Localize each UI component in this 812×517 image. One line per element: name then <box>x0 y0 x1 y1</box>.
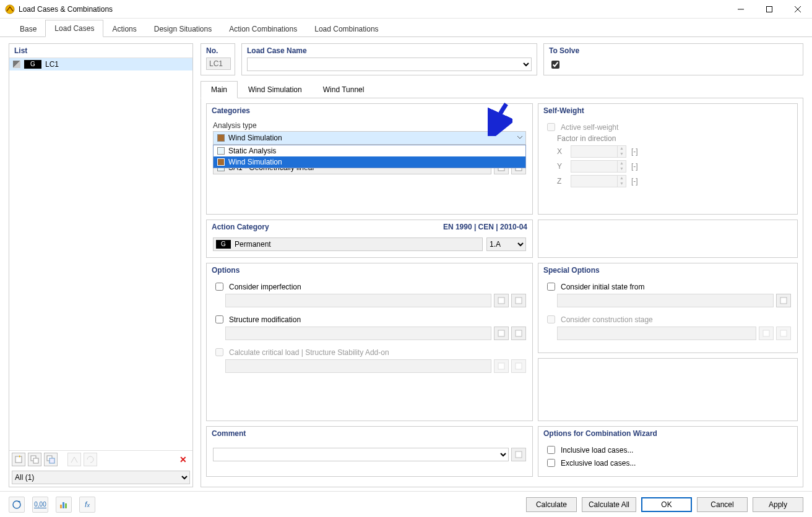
close-button[interactable] <box>784 0 812 19</box>
svg-rect-15 <box>498 363 504 369</box>
tab-design-situations[interactable]: Design Situations <box>145 21 220 37</box>
tab-action-combinations[interactable]: Action Combinations <box>220 21 306 37</box>
titlebar: Load Cases & Combinations <box>0 0 812 19</box>
formula-button[interactable]: fx <box>79 497 95 513</box>
chevron-down-icon <box>517 134 523 140</box>
factor-direction-label: Factor in direction <box>557 134 791 143</box>
new-item-button[interactable] <box>12 453 25 466</box>
empty-panel-2 <box>538 358 798 421</box>
svg-rect-12 <box>516 297 522 304</box>
main-tabstrip: Base Load Cases Actions Design Situation… <box>0 19 812 37</box>
dialog-footer: 0,00 fx Calculate Calculate All OK Cance… <box>0 491 812 517</box>
svg-rect-16 <box>516 363 522 369</box>
svg-rect-17 <box>780 297 787 304</box>
analysis-type-value: Wind Simulation <box>228 134 282 142</box>
apply-button[interactable]: Apply <box>753 497 803 512</box>
options-panel: Options Consider imperfection Structure … <box>206 263 533 421</box>
category-badge: G <box>216 240 231 249</box>
critical-load-new-button <box>494 359 509 373</box>
dropdown-option-label: Wind Simulation <box>228 158 282 166</box>
minimize-button[interactable] <box>727 0 755 19</box>
initial-state-edit-button[interactable] <box>776 294 791 307</box>
self-weight-panel: Self-Weight Active self-weight Factor in… <box>538 103 798 215</box>
ok-button[interactable]: OK <box>641 497 692 512</box>
tab-actions[interactable]: Actions <box>103 21 145 37</box>
delete-button[interactable]: ✕ <box>176 453 190 466</box>
list-item[interactable]: G LC1 <box>9 58 192 70</box>
tab-base[interactable]: Base <box>11 21 45 37</box>
combination-wizard-panel: Options for Combination Wizard Inclusive… <box>538 426 798 477</box>
to-solve-checkbox[interactable] <box>551 61 559 69</box>
structure-mod-new-button[interactable] <box>494 327 509 340</box>
exclusive-load-cases-checkbox[interactable] <box>547 459 555 467</box>
inner-tab-wind-simulation[interactable]: Wind Simulation <box>238 81 313 98</box>
comment-edit-button[interactable] <box>511 448 526 461</box>
color-swatch-icon <box>13 61 20 68</box>
axis-y-label: Y <box>557 162 566 171</box>
svg-rect-23 <box>63 502 64 508</box>
svg-point-21 <box>13 501 20 508</box>
maximize-button[interactable] <box>755 0 784 19</box>
inner-tab-main[interactable]: Main <box>201 81 238 98</box>
structure-mod-edit-button[interactable] <box>511 327 526 340</box>
list-filter-select[interactable]: All (1) <box>12 471 190 484</box>
factor-y-input: ▲▼ <box>571 160 626 173</box>
load-case-name-box: Load Case Name <box>241 43 537 75</box>
consider-imperfection-checkbox[interactable] <box>215 283 223 291</box>
construction-stage-field <box>557 327 756 340</box>
units-button[interactable]: 0,00 <box>32 497 48 513</box>
imperfection-edit-button[interactable] <box>511 294 526 307</box>
inclusive-load-cases-label: Inclusive load cases... <box>561 446 633 455</box>
options-header: Options <box>207 263 532 277</box>
tab-load-cases[interactable]: Load Cases <box>45 20 103 37</box>
load-case-name-select[interactable] <box>247 58 532 71</box>
swatch-icon <box>217 158 225 166</box>
copy-item-button[interactable] <box>28 453 41 466</box>
unit-label: [-] <box>631 147 638 156</box>
svg-rect-11 <box>498 297 504 304</box>
calculate-button[interactable]: Calculate <box>526 497 577 512</box>
units-icon: 0,00 <box>34 501 46 508</box>
no-label: No. <box>201 44 235 58</box>
list-item-label: LC1 <box>45 60 59 69</box>
chart-button[interactable] <box>56 497 72 513</box>
swatch-icon <box>217 134 225 142</box>
dropdown-option-static[interactable]: Static Analysis <box>214 145 525 156</box>
self-weight-header: Self-Weight <box>538 104 797 118</box>
svg-rect-20 <box>516 451 522 458</box>
analysis-type-combo[interactable]: Wind Simulation Static Analysis Wind Sim… <box>213 131 526 145</box>
axis-x-label: X <box>557 147 566 156</box>
help-button[interactable] <box>9 497 25 513</box>
calculate-all-button[interactable]: Calculate All <box>582 497 636 512</box>
imperfection-new-button[interactable] <box>494 294 509 307</box>
initial-state-field <box>557 294 774 307</box>
inclusive-load-cases-checkbox[interactable] <box>547 446 555 454</box>
inner-tabstrip: Main Wind Simulation Wind Tunnel <box>201 80 803 98</box>
action-category-code-select[interactable]: 1.A <box>486 237 526 251</box>
comment-select[interactable] <box>213 448 509 461</box>
action-category-panel: Action Category EN 1990 | CEN | 2010-04 … <box>206 220 533 258</box>
initial-state-checkbox[interactable] <box>547 283 555 291</box>
critical-load-label: Calculate critical load | Structure Stab… <box>229 348 389 357</box>
delete-x-icon: ✕ <box>179 455 187 464</box>
tab-load-combinations[interactable]: Load Combinations <box>306 21 387 37</box>
list-area[interactable]: G LC1 <box>9 58 192 450</box>
active-self-weight-checkbox <box>547 123 555 131</box>
special-options-header: Special Options <box>538 263 797 277</box>
action-category-field[interactable]: G Permanent <box>213 237 483 251</box>
dropdown-option-wind[interactable]: Wind Simulation <box>214 156 525 168</box>
svg-rect-18 <box>763 330 769 336</box>
svg-rect-4 <box>33 458 38 463</box>
analysis-type-dropdown[interactable]: Static Analysis Wind Simulation <box>213 145 526 168</box>
list-item-button-3[interactable] <box>44 453 58 466</box>
construction-stage-checkbox <box>547 315 555 323</box>
critical-load-field <box>225 359 491 373</box>
construction-stage-edit-button <box>776 327 791 340</box>
standard-ref: EN 1990 | CEN | 2010-04 <box>443 223 527 231</box>
app-icon <box>5 4 15 14</box>
inner-tab-wind-tunnel[interactable]: Wind Tunnel <box>313 81 375 98</box>
structure-modification-checkbox[interactable] <box>215 315 223 323</box>
structure-mod-field <box>225 327 491 340</box>
cancel-button[interactable]: Cancel <box>697 497 748 512</box>
svg-rect-1 <box>767 6 772 12</box>
